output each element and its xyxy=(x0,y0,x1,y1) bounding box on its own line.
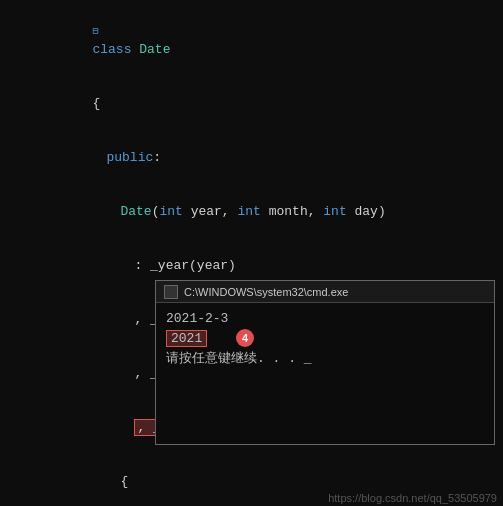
code-line: ⊟ class Date xyxy=(0,4,503,77)
fold-icon: ⊟ xyxy=(92,23,102,41)
code-editor: ⊟ class Date { public: Date(int year, in… xyxy=(0,0,503,506)
cmd-output-3: 请按任意键继续. . . _ xyxy=(166,349,484,369)
url-bar: https://blog.csdn.net/qq_53505979 xyxy=(322,490,503,506)
url-text: https://blog.csdn.net/qq_53505979 xyxy=(328,492,497,504)
code-line: Date(int year, int month, int day) xyxy=(0,185,503,239)
cmd-output-1: 2021-2-3 xyxy=(166,309,484,329)
cmd-output-2: 2021 4 xyxy=(166,329,484,349)
code-line: { xyxy=(0,77,503,131)
badge-4: 4 xyxy=(236,329,254,347)
cmd-title: C:\WINDOWS\system32\cmd.exe xyxy=(184,286,348,298)
cmd-body: 2021-2-3 2021 4 请按任意键继续. . . _ xyxy=(156,303,494,375)
highlight-box-4: 2021 xyxy=(166,330,207,347)
cmd-window: C:\WINDOWS\system32\cmd.exe 2021-2-3 202… xyxy=(155,280,495,445)
code-line: public: xyxy=(0,131,503,185)
cmd-icon xyxy=(164,285,178,299)
cmd-titlebar: C:\WINDOWS\system32\cmd.exe xyxy=(156,281,494,303)
